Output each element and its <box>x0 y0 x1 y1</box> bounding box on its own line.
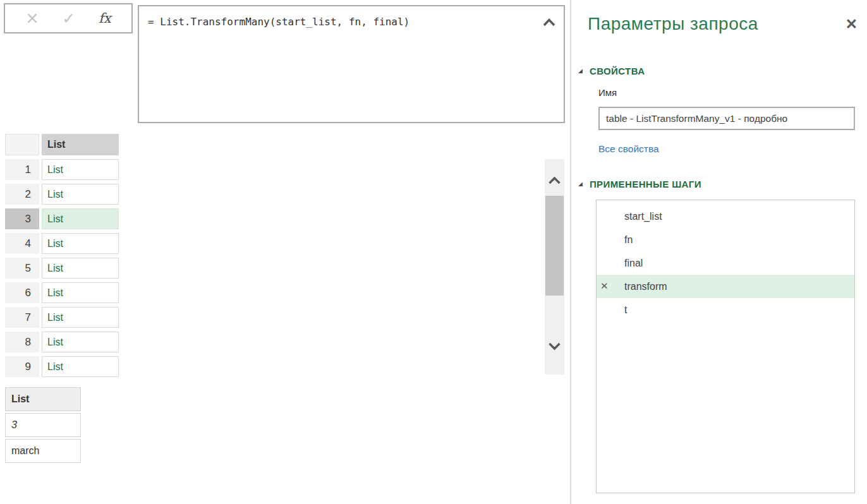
table-row-selected: 3 List <box>5 208 119 229</box>
applied-steps-section-label: ПРИМЕНЕННЫЕ ШАГИ <box>590 179 701 189</box>
scrollbar-thumb[interactable] <box>545 196 564 296</box>
chevron-down-icon <box>547 342 562 351</box>
scroll-up-button[interactable] <box>547 176 562 188</box>
applied-steps-list: start_list fn final ✕ transform t <box>596 200 855 493</box>
check-icon[interactable]: ✓ <box>62 11 75 27</box>
step-item-selected[interactable]: ✕ transform <box>597 275 854 298</box>
table-row: 8 List <box>5 332 119 352</box>
table-row: 6 List <box>5 282 119 303</box>
step-item[interactable]: t <box>597 298 854 321</box>
preview-header: List <box>5 387 81 411</box>
preview-value: 3 <box>5 413 81 437</box>
step-item[interactable]: final <box>597 251 854 275</box>
step-item[interactable]: start_list <box>597 205 854 228</box>
list-value-preview: List 3 march <box>5 387 81 463</box>
vertical-scrollbar[interactable] <box>545 159 564 375</box>
step-label: transform <box>624 281 667 292</box>
fx-icon[interactable]: fx <box>99 11 111 26</box>
list-link[interactable]: List <box>42 159 119 180</box>
cancel-icon[interactable]: ✕ <box>25 11 39 27</box>
row-number[interactable]: 5 <box>5 258 39 279</box>
row-number[interactable]: 1 <box>5 159 39 180</box>
list-link[interactable]: List <box>42 356 119 377</box>
delete-step-icon[interactable]: ✕ <box>600 280 609 292</box>
formula-bar[interactable]: = List.TransformMany(start_list, fn, fin… <box>138 5 565 123</box>
table-row: 9 List <box>5 356 119 377</box>
formula-text[interactable]: = List.TransformMany(start_list, fn, fin… <box>148 16 409 28</box>
list-link[interactable]: List <box>42 332 119 352</box>
table-row: 5 List <box>5 258 119 279</box>
row-number[interactable]: 7 <box>5 307 39 328</box>
row-number-header-cell[interactable] <box>5 134 39 155</box>
row-number[interactable]: 8 <box>5 332 39 352</box>
row-number[interactable]: 9 <box>5 356 39 377</box>
table-row: 2 List <box>5 184 119 205</box>
collapse-triangle-icon: ◢ <box>578 181 583 187</box>
preview-value: march <box>5 439 81 463</box>
formula-bar-buttons: ✕ ✓ fx <box>4 3 133 33</box>
name-label: Имя <box>598 87 617 98</box>
query-name-input[interactable] <box>598 107 855 130</box>
list-link[interactable]: List <box>42 258 119 279</box>
list-link[interactable]: List <box>42 208 119 229</box>
query-preview-table: List 1 List 2 List 3 List 4 List 5 List … <box>5 134 119 377</box>
table-row: 1 List <box>5 159 119 180</box>
applied-steps-section-header[interactable]: ◢ ПРИМЕНЕННЫЕ ШАГИ <box>578 179 701 189</box>
table-row: 7 List <box>5 307 119 328</box>
list-link[interactable]: List <box>42 307 119 328</box>
properties-section-header[interactable]: ◢ СВОЙСТВА <box>578 66 645 76</box>
table-header-row: List <box>5 134 119 155</box>
table-row: 4 List <box>5 233 119 254</box>
close-icon[interactable]: ✕ <box>846 17 858 32</box>
scroll-down-button[interactable] <box>547 342 562 354</box>
list-link[interactable]: List <box>42 233 119 254</box>
query-settings-panel: Параметры запроса ✕ ◢ СВОЙСТВА Имя Все с… <box>571 0 867 504</box>
collapse-formula-bar-button[interactable] <box>542 18 556 30</box>
row-number[interactable]: 3 <box>5 208 39 229</box>
panel-title: Параметры запроса <box>588 14 758 34</box>
all-properties-link[interactable]: Все свойства <box>598 143 659 155</box>
row-number[interactable]: 2 <box>5 184 39 205</box>
column-header-list[interactable]: List <box>42 134 119 155</box>
step-item[interactable]: fn <box>597 228 854 251</box>
list-link[interactable]: List <box>42 184 119 205</box>
chevron-up-icon <box>542 18 556 27</box>
list-link[interactable]: List <box>42 282 119 303</box>
chevron-up-icon <box>547 176 562 185</box>
collapse-triangle-icon: ◢ <box>578 68 583 74</box>
properties-section-label: СВОЙСТВА <box>590 66 645 76</box>
row-number[interactable]: 6 <box>5 282 39 303</box>
row-number[interactable]: 4 <box>5 233 39 254</box>
